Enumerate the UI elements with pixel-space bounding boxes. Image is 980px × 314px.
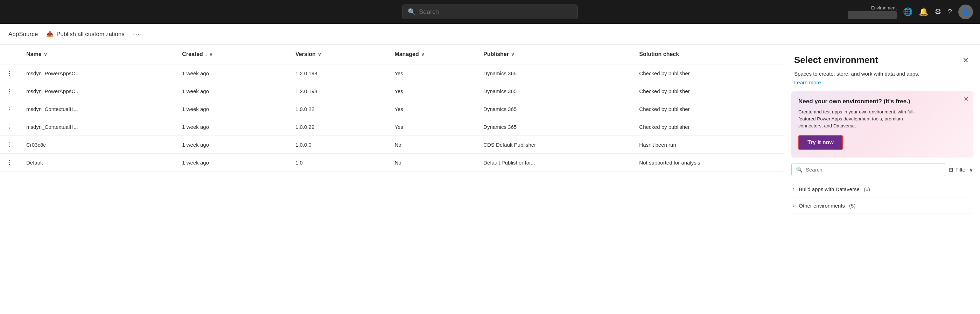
col-header-name[interactable]: Name ∨ (19, 45, 175, 64)
table-body: ⋮ msdyn_PowerAppsC... 1 week ago 1.2.0.1… (0, 64, 784, 172)
table-header-row: Name ∨ Created ↓ ∨ Version (0, 45, 784, 64)
col-managed-label: Managed (395, 51, 418, 57)
row-context-menu-icon[interactable]: ⋮ (0, 64, 19, 82)
cell-created-5: 1 week ago (175, 154, 288, 172)
publish-icon: 📤 (46, 30, 54, 38)
bell-icon[interactable]: 🔔 (919, 7, 928, 16)
chevron-right-icon: › (793, 186, 794, 192)
cell-publisher-5: Default Publisher for... (476, 154, 632, 172)
cell-publisher-3: Dynamics 365 (476, 118, 632, 136)
cell-name-5: Default (19, 154, 175, 172)
search-icon: 🔍 (408, 8, 415, 16)
cell-check-1: Checked by publisher (632, 82, 784, 100)
learn-more-link[interactable]: Learn more (784, 78, 980, 91)
row-context-menu-icon[interactable]: ⋮ (0, 136, 19, 154)
cell-managed-5: No (387, 154, 476, 172)
env-group-other[interactable]: › Other environments (5) (791, 198, 973, 214)
col-created-sort-icon2: ∨ (209, 52, 213, 57)
filter-icon: ⊞ (949, 167, 953, 173)
promo-card: ✕ Need your own environment? (It's free.… (791, 91, 973, 158)
settings-icon[interactable]: ⚙ (934, 7, 942, 16)
table-row: ⋮ msdyn_ContextualH... 1 week ago 1.0.0.… (0, 118, 784, 136)
top-navigation: 🔍 Environment 🌐 🔔 ⚙ ? 👤 (0, 0, 980, 24)
cell-managed-1: Yes (387, 82, 476, 100)
top-search-wrapper: 🔍 (402, 5, 578, 19)
publish-label: Publish all customizations (56, 31, 125, 38)
cell-check-2: Checked by publisher (632, 100, 784, 118)
cell-created-1: 1 week ago (175, 82, 288, 100)
panel-search-input[interactable] (806, 167, 941, 172)
panel-search-row: 🔍 ⊞ Filter ∨ (784, 163, 980, 181)
cell-name-1: msdyn_PowerAppsC... (19, 82, 175, 100)
search-input[interactable] (419, 8, 572, 16)
filter-label: Filter (956, 167, 967, 172)
cell-publisher-2: Dynamics 365 (476, 100, 632, 118)
help-icon[interactable]: ? (948, 7, 952, 16)
cell-created-3: 1 week ago (175, 118, 288, 136)
avatar[interactable]: 👤 (958, 5, 973, 19)
table-row: ⋮ msdyn_PowerAppsC... 1 week ago 1.2.0.1… (0, 64, 784, 82)
cell-managed-3: Yes (387, 118, 476, 136)
col-created-label: Created (182, 51, 203, 57)
cell-publisher-0: Dynamics 365 (476, 64, 632, 82)
panel-search-box[interactable]: 🔍 (791, 163, 945, 176)
row-context-menu-icon[interactable]: ⋮ (0, 118, 19, 136)
col-header-version[interactable]: Version ∨ (288, 45, 387, 64)
select-environment-panel: Select environment ✕ Spaces to create, s… (784, 45, 980, 314)
cell-check-0: Checked by publisher (632, 64, 784, 82)
promo-close-button[interactable]: ✕ (964, 95, 969, 103)
filter-button[interactable]: ⊞ Filter ∨ (949, 167, 973, 173)
cell-version-5: 1.0 (288, 154, 387, 172)
table-row: ⋮ msdyn_ContextualH... 1 week ago 1.0.0.… (0, 100, 784, 118)
cell-version-4: 1.0.0.0 (288, 136, 387, 154)
col-header-publisher[interactable]: Publisher ∨ (476, 45, 632, 64)
panel-title: Select environment (794, 54, 878, 65)
toolbar: AppSource 📤 Publish all customizations ·… (0, 24, 980, 45)
cell-publisher-1: Dynamics 365 (476, 82, 632, 100)
environment-label: Environment (871, 5, 897, 11)
cell-version-2: 1.0.0.22 (288, 100, 387, 118)
cell-check-5: Not supported for analysis (632, 154, 784, 172)
cell-version-1: 1.2.0.198 (288, 82, 387, 100)
col-publisher-sort-icon: ∨ (511, 52, 514, 57)
more-options-icon[interactable]: ··· (133, 30, 139, 39)
row-context-menu-icon[interactable]: ⋮ (0, 82, 19, 100)
environment-selector[interactable]: Environment (848, 5, 897, 19)
col-header-managed[interactable]: Managed ∨ (387, 45, 476, 64)
col-name-label: Name (26, 51, 41, 57)
cell-name-2: msdyn_ContextualH... (19, 100, 175, 118)
col-version-label: Version (295, 51, 316, 57)
try-it-now-button[interactable]: Try it now (799, 135, 843, 150)
globe-icon[interactable]: 🌐 (903, 7, 912, 16)
row-context-menu-icon[interactable]: ⋮ (0, 100, 19, 118)
cell-check-3: Checked by publisher (632, 118, 784, 136)
appsource-link[interactable]: AppSource (8, 31, 38, 38)
col-menu-spacer (0, 45, 19, 64)
panel-subtitle: Spaces to create, store, and work with d… (784, 67, 980, 78)
cell-created-2: 1 week ago (175, 100, 288, 118)
env-group-other-count: (5) (849, 203, 855, 209)
cell-managed-4: No (387, 136, 476, 154)
cell-name-3: msdyn_ContextualH... (19, 118, 175, 136)
solutions-table-area: Name ∨ Created ↓ ∨ Version (0, 45, 784, 314)
environment-groups: › Build apps with Dataverse (6) › Other … (784, 181, 980, 314)
cell-name-0: msdyn_PowerAppsC... (19, 64, 175, 82)
publish-all-button[interactable]: 📤 Publish all customizations (46, 30, 125, 38)
col-header-created[interactable]: Created ↓ ∨ (175, 45, 288, 64)
env-group-dataverse[interactable]: › Build apps with Dataverse (6) (791, 181, 973, 198)
table-row: ⋮ msdyn_PowerAppsC... 1 week ago 1.2.0.1… (0, 82, 784, 100)
solutions-table: Name ∨ Created ↓ ∨ Version (0, 45, 784, 172)
col-header-solution-check: Solution check (632, 45, 784, 64)
col-version-sort-icon: ∨ (318, 52, 321, 57)
promo-description: Create and test apps in your own environ… (799, 108, 917, 130)
chevron-right-icon-2: › (793, 202, 794, 209)
env-group-dataverse-label: Build apps with Dataverse (799, 186, 859, 192)
table-row: ⋮ Default 1 week ago 1.0 No Default Publ… (0, 154, 784, 172)
top-search-bar[interactable]: 🔍 (402, 5, 578, 19)
filter-chevron-icon: ∨ (969, 167, 973, 173)
cell-publisher-4: CDS Default Publisher (476, 136, 632, 154)
panel-close-button[interactable]: ✕ (961, 54, 970, 67)
row-context-menu-icon[interactable]: ⋮ (0, 154, 19, 172)
panel-header: Select environment ✕ (784, 45, 980, 67)
env-group-other-label: Other environments (799, 203, 845, 209)
